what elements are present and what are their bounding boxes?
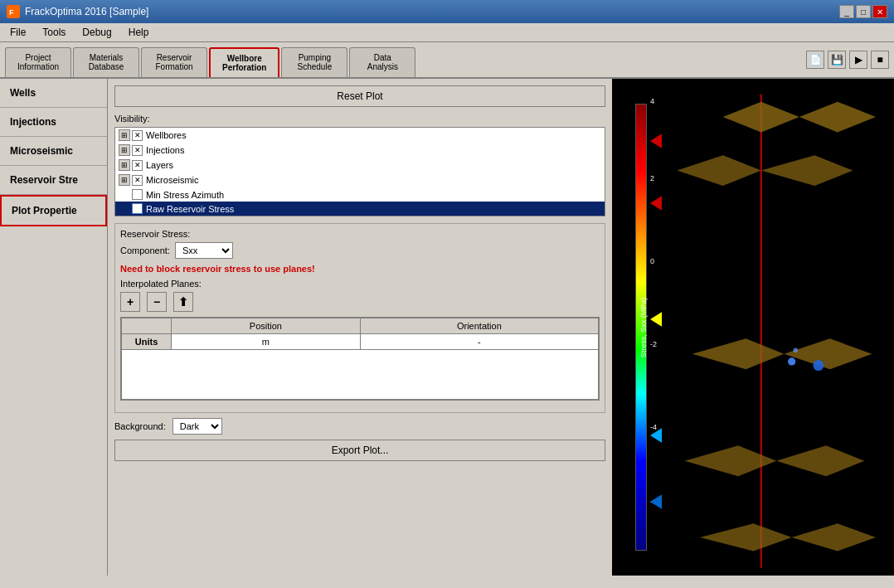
vis-item-raw-reservoir[interactable]: Raw Reservoir Stress xyxy=(115,202,605,216)
tab-bar: Project Information Materials Database R… xyxy=(0,42,894,79)
visibility-label: Visibility: xyxy=(114,114,605,124)
svg-text:F: F xyxy=(9,8,14,17)
expand-layers[interactable]: ⊞ xyxy=(119,159,130,171)
interpolated-table-container: Position Orientation Units m - xyxy=(120,317,600,401)
sidebar-item-wells[interactable]: Wells xyxy=(0,79,107,108)
background-label: Background: xyxy=(114,421,166,431)
reservoir-stress-label: Reservoir Stress: xyxy=(120,229,600,239)
interpolated-table: Position Orientation Units m - xyxy=(121,318,599,400)
vis-item-min-stress[interactable]: Min Stress Azimuth xyxy=(115,187,605,202)
menu-bar: File Tools Debug Help xyxy=(0,23,894,42)
maximize-button[interactable]: □ xyxy=(856,5,871,18)
tab-pumping-schedule[interactable]: Pumping Schedule xyxy=(281,47,347,77)
upload-button[interactable]: ⬆ xyxy=(173,292,193,312)
data-row-empty xyxy=(122,350,599,400)
col-position: Position xyxy=(172,318,361,334)
tick-neg2: -2 xyxy=(650,340,657,348)
title-text: FrackOptima 2016 [Sample] xyxy=(25,6,148,17)
warning-text: Need to block reservoir stress to use pl… xyxy=(120,264,600,274)
app-icon: F xyxy=(7,5,20,18)
title-bar: F FrackOptima 2016 [Sample] _ □ ✕ xyxy=(0,0,894,23)
units-row: Units m - xyxy=(122,334,599,350)
content-panel: Reset Plot Visibility: ⊞ ✕ Wellbores ⊞ ✕… xyxy=(108,79,612,576)
viz-panel: Stress, Sxx (MPa) 4 2 0 -2 -4 -6 xyxy=(612,79,894,576)
sidebar-item-injections[interactable]: Injections xyxy=(0,108,107,137)
remove-plane-button[interactable]: − xyxy=(147,292,167,312)
export-plot-button[interactable]: Export Plot... xyxy=(114,440,605,461)
interpolated-label: Interpolated Planes: xyxy=(120,279,600,289)
vis-label-layers: Layers xyxy=(146,160,173,170)
reset-plot-button[interactable]: Reset Plot xyxy=(114,85,605,107)
expand-wellbores[interactable]: ⊞ xyxy=(119,129,130,141)
main-area: Wells Injections Microseismic Reservoir … xyxy=(0,79,894,576)
vis-label-wellbores: Wellbores xyxy=(146,130,187,140)
vis-item-microseismic[interactable]: ⊞ ✕ Microseismic xyxy=(115,173,605,187)
component-row: Component: Sxx Syy Szz Sxy Sxz Syz xyxy=(120,242,600,259)
tick-2: 2 xyxy=(650,174,654,182)
svg-point-15 xyxy=(813,360,824,371)
tab-data-analysis[interactable]: Data Analysis xyxy=(349,47,415,77)
vis-item-wellbores[interactable]: ⊞ ✕ Wellbores xyxy=(115,128,605,143)
units-orientation: - xyxy=(360,334,598,350)
vis-label-microseismic: Microseismic xyxy=(146,175,199,185)
window-controls: _ □ ✕ xyxy=(839,5,887,18)
sidebar-item-microseismic[interactable]: Microseismic xyxy=(0,137,107,166)
vis-label-raw-reservoir: Raw Reservoir Stress xyxy=(146,204,234,214)
col-empty xyxy=(122,318,172,334)
units-label: Units xyxy=(122,334,172,350)
svg-point-14 xyxy=(788,357,795,365)
app-title: F FrackOptima 2016 [Sample] xyxy=(7,5,148,18)
sidebar-item-plot-properties[interactable]: Plot Propertie xyxy=(0,195,107,226)
sidebar-item-reservoir-stress[interactable]: Reservoir Stre xyxy=(0,166,107,195)
check-microseismic[interactable]: ✕ xyxy=(132,175,143,186)
expand-microseismic[interactable]: ⊞ xyxy=(119,174,130,186)
vis-label-min-stress: Min Stress Azimuth xyxy=(146,190,224,200)
tab-bar-right: 📄 💾 ▶ ■ xyxy=(806,47,889,77)
tab-reservoir-formation[interactable]: Reservoir Formation xyxy=(141,47,207,77)
tab-icon-2[interactable]: 💾 xyxy=(828,51,846,69)
background-select[interactable]: Dark Light xyxy=(172,418,222,435)
svg-point-16 xyxy=(793,347,798,352)
check-wellbores[interactable]: ✕ xyxy=(132,130,143,141)
background-bar: Background: Dark Light xyxy=(114,418,605,435)
tick-0: 0 xyxy=(650,257,654,265)
check-layers[interactable]: ✕ xyxy=(132,160,143,171)
check-min-stress[interactable] xyxy=(132,189,143,200)
component-label: Component: xyxy=(120,245,170,255)
col-orientation: Orientation xyxy=(360,318,598,334)
interpolated-toolbar: + − ⬆ xyxy=(120,292,600,312)
tab-play-button[interactable]: ▶ xyxy=(849,51,867,69)
expand-injections[interactable]: ⊞ xyxy=(119,144,130,156)
menu-debug[interactable]: Debug xyxy=(75,25,118,40)
vis-item-layers[interactable]: ⊞ ✕ Layers xyxy=(115,158,605,173)
menu-file[interactable]: File xyxy=(3,25,32,40)
empty-cell xyxy=(122,350,599,400)
tab-wellbore-perforation[interactable]: Wellbore Perforation xyxy=(209,47,279,77)
tab-stop-button[interactable]: ■ xyxy=(871,51,889,69)
check-injections[interactable]: ✕ xyxy=(132,145,143,156)
tab-project-information[interactable]: Project Information xyxy=(5,47,71,77)
viz-svg xyxy=(662,79,876,576)
svg-rect-2 xyxy=(662,79,876,576)
check-raw-reservoir[interactable] xyxy=(132,203,143,214)
tab-materials-database[interactable]: Materials Database xyxy=(73,47,139,77)
sidebar: Wells Injections Microseismic Reservoir … xyxy=(0,79,108,576)
add-plane-button[interactable]: + xyxy=(120,292,140,312)
axis-label: Stress, Sxx (MPa) xyxy=(639,297,648,357)
tab-icon-1[interactable]: 📄 xyxy=(806,51,824,69)
menu-tools[interactable]: Tools xyxy=(36,25,72,40)
tick-4: 4 xyxy=(650,97,654,105)
close-button[interactable]: ✕ xyxy=(872,5,887,18)
reservoir-stress-section: Reservoir Stress: Component: Sxx Syy Szz… xyxy=(114,223,605,413)
visibility-list: ⊞ ✕ Wellbores ⊞ ✕ Injections ⊞ ✕ Layers … xyxy=(114,127,605,216)
menu-help[interactable]: Help xyxy=(122,25,156,40)
minimize-button[interactable]: _ xyxy=(839,5,854,18)
upload-icon: ⬆ xyxy=(178,295,188,309)
vis-item-injections[interactable]: ⊞ ✕ Injections xyxy=(115,143,605,158)
component-select[interactable]: Sxx Syy Szz Sxy Sxz Syz xyxy=(175,242,233,259)
units-position: m xyxy=(172,334,361,350)
vis-label-injections: Injections xyxy=(146,145,184,155)
